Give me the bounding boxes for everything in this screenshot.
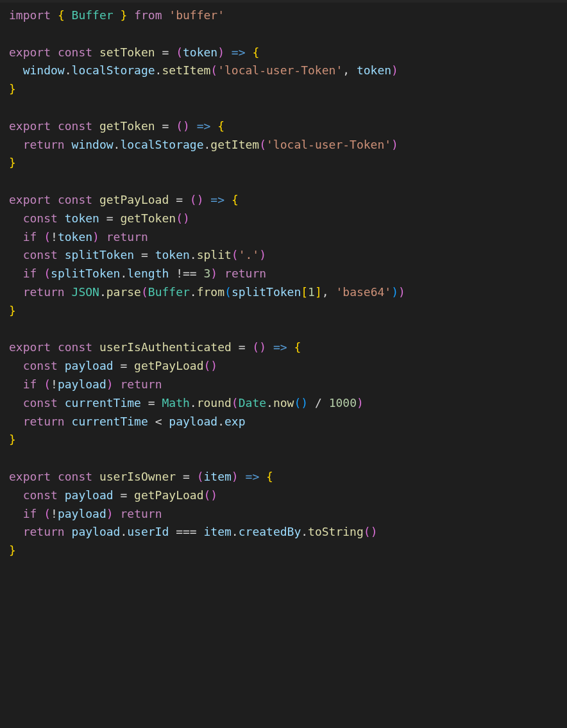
tok-keyword: const <box>23 359 58 372</box>
tok-identifier: createdBy <box>239 525 301 538</box>
tok-keyword: return <box>224 267 266 280</box>
tok-operator: === <box>176 525 197 538</box>
tok-keyword: return <box>23 525 65 538</box>
tok-paren: ) <box>210 488 217 502</box>
tok-paren: ) <box>371 525 378 538</box>
tok-paren: ( <box>259 138 266 151</box>
tok-function: now <box>273 396 294 410</box>
tok-arrow: => <box>232 46 246 59</box>
tok-function: getItem <box>210 138 259 151</box>
tok-keyword: if <box>23 230 37 244</box>
tok-keyword: export <box>9 46 51 59</box>
tok-identifier: token <box>155 248 190 261</box>
tok-paren: ) <box>210 359 217 372</box>
tok-operator: = <box>162 119 169 133</box>
code-line: return payload.userId === item.createdBy… <box>9 525 377 538</box>
code-line: const splitToken = token.split('.') <box>9 248 266 261</box>
code-line: import { Buffer } from 'buffer' <box>9 8 224 22</box>
code-line: export const userIsOwner = (item) => { <box>9 470 273 483</box>
tok-number: 1000 <box>329 396 357 410</box>
tok-operator: = <box>183 470 190 483</box>
tok-bracket: [ <box>301 285 308 299</box>
tok-punctuation: , <box>322 285 329 299</box>
code-line: } <box>9 304 16 317</box>
tok-operator: ! <box>51 230 58 244</box>
tok-keyword: if <box>23 267 37 280</box>
tok-paren: ) <box>357 396 364 410</box>
tok-paren: ) <box>232 470 239 483</box>
tok-paren: ( <box>176 46 183 59</box>
tok-keyword: const <box>58 193 92 206</box>
tok-arrow: => <box>197 119 211 133</box>
tok-paren: ( <box>141 285 148 299</box>
code-line: export const getPayLoad = () => { <box>9 193 239 206</box>
tok-identifier: token <box>357 63 391 77</box>
tok-function: toString <box>308 525 364 538</box>
tok-brace: } <box>120 8 127 22</box>
tok-type: Date <box>239 396 266 410</box>
tok-arrow: => <box>273 340 287 354</box>
tok-paren: ) <box>197 193 204 206</box>
tok-brace: { <box>252 46 259 59</box>
code-line: export const userIsAuthenticated = () =>… <box>9 340 301 354</box>
tok-keyword: return <box>23 138 65 151</box>
tok-paren: ) <box>391 285 398 299</box>
tok-paren: ) <box>183 211 190 225</box>
tok-identifier: localStorage <box>120 138 203 151</box>
tok-function: from <box>197 285 224 299</box>
tok-keyword: export <box>9 193 51 206</box>
tok-punctuation: . <box>190 285 197 299</box>
tok-keyword: if <box>23 507 37 520</box>
tok-punctuation: . <box>99 285 106 299</box>
tok-paren: ) <box>92 230 99 244</box>
tok-paren: ( <box>232 248 239 261</box>
tok-punctuation: . <box>190 248 197 261</box>
tok-brace: { <box>232 193 239 206</box>
tok-param: token <box>183 46 217 59</box>
tok-keyword: const <box>58 470 92 483</box>
tok-keyword: const <box>23 396 58 410</box>
tok-operator: = <box>120 488 127 502</box>
tok-identifier: currentTime <box>65 396 141 410</box>
tok-identifier: splitToken <box>65 248 134 261</box>
tok-identifier: item <box>204 525 232 538</box>
tok-function: getToken <box>120 211 176 225</box>
code-line: } <box>9 156 16 169</box>
code-content[interactable]: import { Buffer } from 'buffer' export c… <box>9 6 558 560</box>
tok-operator: = <box>239 340 246 354</box>
tok-paren: ( <box>294 396 301 410</box>
tok-string: '.' <box>239 248 260 261</box>
tok-paren: ) <box>106 507 114 520</box>
tok-function: parse <box>106 285 141 299</box>
tok-identifier: length <box>127 267 169 280</box>
tok-identifier: payload <box>72 525 121 538</box>
tok-identifier: window <box>23 63 65 77</box>
tok-keyword: const <box>23 248 58 261</box>
tok-paren: ) <box>217 46 224 59</box>
tok-identifier: payload <box>65 359 114 372</box>
tok-paren: ( <box>44 377 51 391</box>
tok-identifier: userId <box>127 525 169 538</box>
tok-keyword: return <box>120 507 162 520</box>
tok-keyword: return <box>106 230 148 244</box>
code-line: return window.localStorage.getItem('loca… <box>9 138 398 151</box>
tok-function: userIsOwner <box>99 470 176 483</box>
tok-paren: ( <box>44 267 51 280</box>
tok-type: Buffer <box>148 285 190 299</box>
code-line: export const getToken = () => { <box>9 119 224 133</box>
tok-punctuation: . <box>65 63 72 77</box>
tok-number: 3 <box>204 267 211 280</box>
tok-type: JSON <box>72 285 99 299</box>
tok-keyword: export <box>9 119 51 133</box>
tok-identifier: splitToken <box>232 285 301 299</box>
tok-function: getPayLoad <box>134 359 203 372</box>
tok-paren: ( <box>44 507 51 520</box>
tok-keyword: const <box>23 211 58 225</box>
code-line: window.localStorage.setItem('local-user-… <box>9 63 398 77</box>
tok-string: 'local-user-Token' <box>266 138 391 151</box>
tok-identifier: localStorage <box>72 63 155 77</box>
tok-paren: ) <box>301 396 308 410</box>
tok-arrow: => <box>246 470 260 483</box>
tok-paren: ( <box>176 211 183 225</box>
code-editor[interactable]: import { Buffer } from 'buffer' export c… <box>0 0 567 567</box>
